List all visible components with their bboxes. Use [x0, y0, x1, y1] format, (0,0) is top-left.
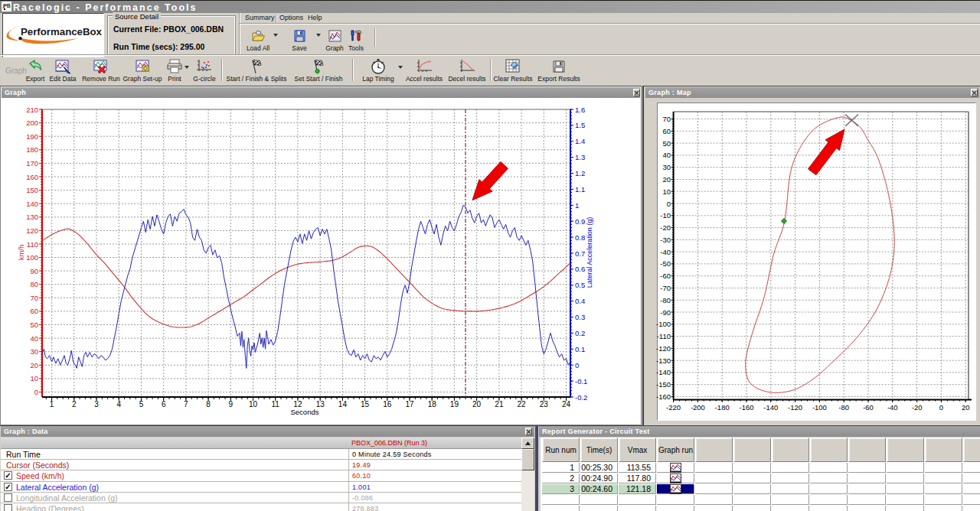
- svg-text:16: 16: [383, 400, 392, 408]
- svg-text:-140: -140: [656, 368, 671, 376]
- svg-text:70: 70: [662, 115, 671, 123]
- svg-text:1.4: 1.4: [575, 137, 585, 145]
- svg-text:-120: -120: [656, 344, 671, 353]
- svg-text:20: 20: [472, 400, 482, 408]
- svg-text:-140: -140: [763, 403, 778, 412]
- svg-text:0.5: 0.5: [575, 281, 585, 289]
- svg-text:-20: -20: [912, 403, 923, 412]
- svg-text:140: 140: [26, 200, 38, 208]
- svg-text:1.3: 1.3: [575, 153, 585, 161]
- svg-text:-160: -160: [739, 403, 753, 412]
- svg-text:-50: -50: [660, 259, 671, 268]
- svg-text:-100: -100: [812, 403, 827, 412]
- svg-text:210: 210: [26, 106, 38, 114]
- svg-text:40: 40: [30, 334, 38, 343]
- svg-text:-60: -60: [863, 403, 874, 412]
- svg-text:-90: -90: [660, 308, 671, 317]
- svg-text:-70: -70: [660, 284, 671, 292]
- svg-text:60: 60: [30, 307, 38, 315]
- svg-text:-160: -160: [656, 392, 671, 401]
- svg-text:0: 0: [939, 403, 943, 412]
- svg-text:20: 20: [962, 403, 970, 412]
- svg-text:15: 15: [361, 400, 370, 408]
- svg-text:11: 11: [272, 400, 280, 408]
- svg-text:150: 150: [26, 186, 38, 194]
- svg-text:-110: -110: [657, 332, 671, 340]
- svg-text:23: 23: [540, 400, 549, 408]
- svg-text:0.3: 0.3: [575, 313, 585, 321]
- svg-text:Lateral Acceleration (g): Lateral Acceleration (g): [586, 217, 593, 288]
- svg-text:2: 2: [72, 400, 77, 408]
- svg-text:-40: -40: [660, 248, 671, 256]
- svg-text:1.1: 1.1: [575, 185, 585, 194]
- svg-text:PerformanceBox: PerformanceBox: [21, 27, 102, 37]
- svg-text:1: 1: [50, 400, 54, 408]
- svg-text:0.9: 0.9: [575, 217, 585, 226]
- svg-text:-80: -80: [838, 403, 849, 412]
- svg-text:90: 90: [30, 267, 38, 275]
- svg-text:0: 0: [575, 361, 579, 369]
- svg-text:20: 20: [662, 175, 671, 184]
- svg-text:30: 30: [662, 163, 671, 171]
- svg-text:-130: -130: [656, 356, 671, 365]
- svg-text:160: 160: [26, 173, 38, 181]
- svg-text:-20: -20: [660, 223, 671, 232]
- svg-text:190: 190: [26, 132, 38, 141]
- svg-text:80: 80: [30, 280, 38, 288]
- svg-text:-10: -10: [660, 211, 671, 220]
- svg-text:0: 0: [667, 200, 671, 208]
- svg-text:30: 30: [30, 347, 38, 356]
- svg-text:9: 9: [229, 400, 234, 408]
- svg-text:km/h: km/h: [17, 245, 25, 261]
- svg-text:-40: -40: [887, 403, 898, 412]
- svg-text:22: 22: [518, 400, 527, 408]
- svg-text:100: 100: [26, 253, 38, 262]
- svg-text:0.4: 0.4: [575, 297, 585, 305]
- svg-text:8: 8: [206, 400, 211, 408]
- svg-text:18: 18: [428, 400, 437, 408]
- svg-text:1.2: 1.2: [575, 169, 585, 177]
- svg-text:10: 10: [249, 400, 258, 408]
- svg-text:180: 180: [26, 145, 38, 154]
- svg-text:5: 5: [139, 400, 144, 408]
- svg-text:0.8: 0.8: [575, 233, 585, 242]
- svg-text:-0.1: -0.1: [575, 377, 587, 386]
- svg-text:0.1: 0.1: [575, 345, 585, 353]
- svg-text:60: 60: [662, 127, 671, 135]
- svg-text:-100: -100: [656, 320, 671, 328]
- svg-text:24: 24: [562, 400, 571, 408]
- svg-text:17: 17: [405, 400, 414, 408]
- svg-text:-0.2: -0.2: [575, 393, 587, 402]
- svg-text:21: 21: [495, 400, 504, 408]
- svg-text:70: 70: [30, 294, 38, 302]
- svg-text:19: 19: [450, 400, 459, 408]
- svg-text:0.7: 0.7: [575, 249, 585, 258]
- svg-text:1.5: 1.5: [575, 121, 585, 129]
- svg-text:3: 3: [94, 400, 99, 408]
- svg-text:-60: -60: [660, 272, 671, 280]
- svg-text:110: 110: [27, 240, 38, 249]
- svg-text:10: 10: [662, 187, 671, 196]
- svg-text:10: 10: [30, 374, 38, 382]
- svg-text:-80: -80: [660, 296, 671, 304]
- svg-text:14: 14: [338, 400, 348, 408]
- svg-text:120: 120: [26, 226, 38, 235]
- svg-text:1.6: 1.6: [575, 106, 585, 114]
- svg-text:7: 7: [184, 400, 188, 408]
- svg-text:200: 200: [26, 119, 38, 127]
- svg-text:PB: PB: [3, 3, 11, 8]
- svg-text:0.2: 0.2: [575, 329, 585, 337]
- svg-text:-180: -180: [715, 403, 730, 412]
- svg-text:50: 50: [30, 321, 38, 329]
- svg-text:20: 20: [30, 361, 38, 369]
- svg-text:170: 170: [26, 159, 38, 168]
- svg-text:4: 4: [116, 400, 121, 408]
- svg-text:-120: -120: [788, 403, 802, 412]
- svg-text:130: 130: [26, 213, 38, 221]
- svg-text:50: 50: [662, 139, 671, 148]
- svg-text:40: 40: [662, 151, 671, 159]
- svg-text:-150: -150: [656, 380, 671, 389]
- svg-text:-220: -220: [666, 403, 681, 412]
- svg-text:6: 6: [162, 400, 166, 408]
- svg-text:Seconds: Seconds: [291, 408, 319, 416]
